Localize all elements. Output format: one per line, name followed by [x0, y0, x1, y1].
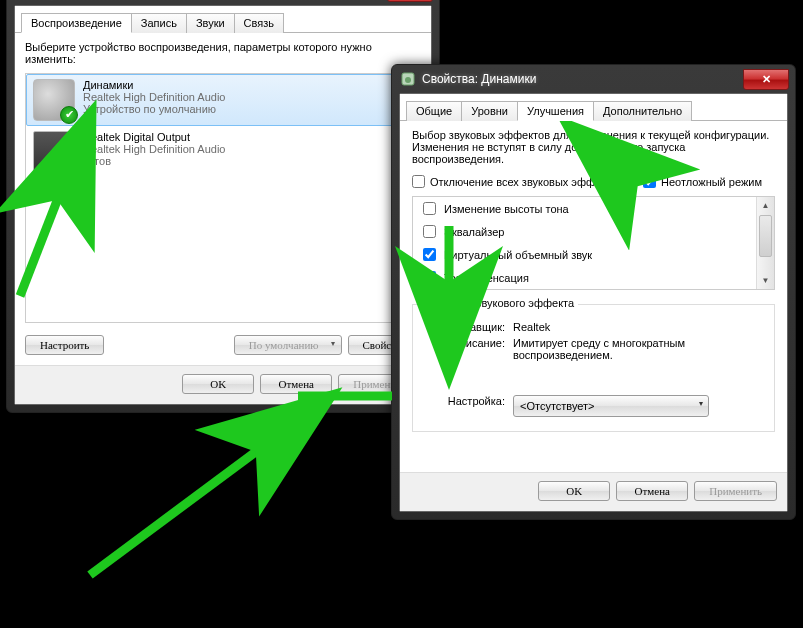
effect-label: Виртуальный объемный звук: [444, 249, 592, 261]
device-name: Realtek Digital Output: [83, 131, 225, 143]
device-driver: Realtek High Definition Audio: [83, 91, 225, 103]
disable-all-check[interactable]: Отключение всех звуковых эффектов: [412, 175, 623, 188]
device-status: Готов: [83, 155, 225, 167]
device-item-speakers[interactable]: ✔ Динамики Realtek High Definition Audio…: [26, 74, 420, 126]
effect-checkbox[interactable]: [423, 271, 436, 284]
immediate-checkbox[interactable]: [643, 175, 656, 188]
disable-all-checkbox[interactable]: [412, 175, 425, 188]
enhancements-body: Выбор звуковых эффектов для применения к…: [400, 121, 787, 472]
device-name: Динамики: [83, 79, 225, 91]
device-list[interactable]: ✔ Динамики Realtek High Definition Audio…: [25, 73, 421, 323]
effect-label: Тонкомпенсация: [444, 272, 529, 284]
effect-checkbox[interactable]: [423, 225, 436, 238]
ok-button[interactable]: OK: [538, 481, 610, 501]
titlebar[interactable]: Свойства: Динамики ✕: [392, 65, 795, 93]
provider-row: Поставщик: Realtek: [423, 321, 764, 333]
desc-value: Имитирует среду с многократным воспроизв…: [513, 337, 764, 361]
device-status: Устройство по умолчанию: [83, 103, 225, 115]
window-title: Свойства: Динамики: [422, 72, 743, 86]
group-legend: Свойства звукового эффекта: [421, 297, 578, 309]
tab-playback[interactable]: Воспроизведение: [21, 13, 132, 33]
close-button[interactable]: ✕: [387, 0, 433, 2]
device-item-digital[interactable]: Realtek Digital Output Realtek High Defi…: [26, 126, 420, 178]
tab-sounds[interactable]: Звуки: [186, 13, 235, 33]
apply-button[interactable]: Применить: [694, 481, 777, 501]
effect-item[interactable]: Тонкомпенсация: [413, 266, 774, 289]
setting-row: Настройка: <Отсутствует>: [423, 395, 764, 417]
cancel-button[interactable]: Отмена: [260, 374, 332, 394]
device-driver: Realtek High Definition Audio: [83, 143, 225, 155]
device-text: Динамики Realtek High Definition Audio У…: [83, 79, 225, 115]
effect-checkbox[interactable]: [423, 248, 436, 261]
provider-value: Realtek: [513, 321, 764, 333]
effect-properties-group: Свойства звукового эффекта Поставщик: Re…: [412, 304, 775, 432]
digital-output-icon: [33, 131, 75, 173]
tab-enhancements[interactable]: Улучшения: [517, 101, 594, 121]
tab-levels[interactable]: Уровни: [461, 101, 518, 121]
ok-button[interactable]: OK: [182, 374, 254, 394]
setting-key: Настройка:: [423, 395, 513, 417]
sound-tabs: Воспроизведение Запись Звуки Связь: [15, 6, 431, 33]
cancel-button[interactable]: Отмена: [616, 481, 688, 501]
desc-key: Описание:: [423, 337, 513, 361]
close-icon: ✕: [762, 74, 771, 85]
immediate-check[interactable]: Неотложный режим: [643, 175, 762, 188]
effects-scrollbar[interactable]: ▲ ▼: [756, 197, 774, 289]
instruction-text: Выберите устройство воспроизведения, пар…: [15, 33, 431, 69]
sound-window: Звук ✕ Воспроизведение Запись Звуки Связ…: [6, 0, 440, 413]
configure-button[interactable]: Настроить: [25, 335, 104, 355]
tab-advanced[interactable]: Дополнительно: [593, 101, 692, 121]
device-text: Realtek Digital Output Realtek High Defi…: [83, 131, 225, 167]
device-buttons-row: Настроить По умолчанию Свойства: [15, 331, 431, 365]
effect-label: Изменение высоты тона: [444, 203, 569, 215]
tab-recording[interactable]: Запись: [131, 13, 187, 33]
properties-window: Свойства: Динамики ✕ Общие Уровни Улучше…: [391, 64, 796, 520]
default-check-icon: ✔: [60, 106, 78, 124]
speaker-icon: ✔: [33, 79, 75, 121]
properties-client: Общие Уровни Улучшения Дополнительно Выб…: [399, 93, 788, 512]
description-row: Описание: Имитирует среду с многократным…: [423, 337, 764, 361]
top-checkbox-row: Отключение всех звуковых эффектов Неотло…: [412, 173, 775, 190]
enhancements-blurb: Выбор звуковых эффектов для применения к…: [412, 129, 775, 165]
tab-general[interactable]: Общие: [406, 101, 462, 121]
speaker-icon: [400, 71, 416, 87]
immediate-label: Неотложный режим: [661, 176, 762, 188]
effect-label: Эквалайзер: [444, 226, 504, 238]
arrow-to-properties-button: [90, 398, 328, 575]
effect-item[interactable]: Виртуальный объемный звук: [413, 243, 774, 266]
effects-list[interactable]: Изменение высоты тона Эквалайзер Виртуал…: [412, 196, 775, 290]
sound-dialog-buttons: OK Отмена Применить: [15, 365, 431, 404]
disable-all-label: Отключение всех звуковых эффектов: [430, 176, 623, 188]
close-button[interactable]: ✕: [743, 69, 789, 90]
scroll-thumb[interactable]: [759, 215, 772, 257]
sound-client: Воспроизведение Запись Звуки Связь Выбер…: [14, 5, 432, 405]
effect-checkbox[interactable]: [423, 202, 436, 215]
properties-dialog-buttons: OK Отмена Применить: [400, 472, 787, 511]
scroll-up-icon[interactable]: ▲: [757, 197, 774, 214]
properties-tabs: Общие Уровни Улучшения Дополнительно: [400, 94, 787, 121]
setting-combo[interactable]: <Отсутствует>: [513, 395, 709, 417]
provider-key: Поставщик:: [423, 321, 513, 333]
set-default-button[interactable]: По умолчанию: [234, 335, 342, 355]
effect-item[interactable]: Изменение высоты тона: [413, 197, 774, 220]
effect-item[interactable]: Эквалайзер: [413, 220, 774, 243]
setting-combo-value: <Отсутствует>: [520, 400, 595, 412]
tab-communications[interactable]: Связь: [234, 13, 284, 33]
scroll-down-icon[interactable]: ▼: [757, 272, 774, 289]
svg-point-1: [405, 77, 411, 83]
setting-value: <Отсутствует>: [513, 395, 764, 417]
